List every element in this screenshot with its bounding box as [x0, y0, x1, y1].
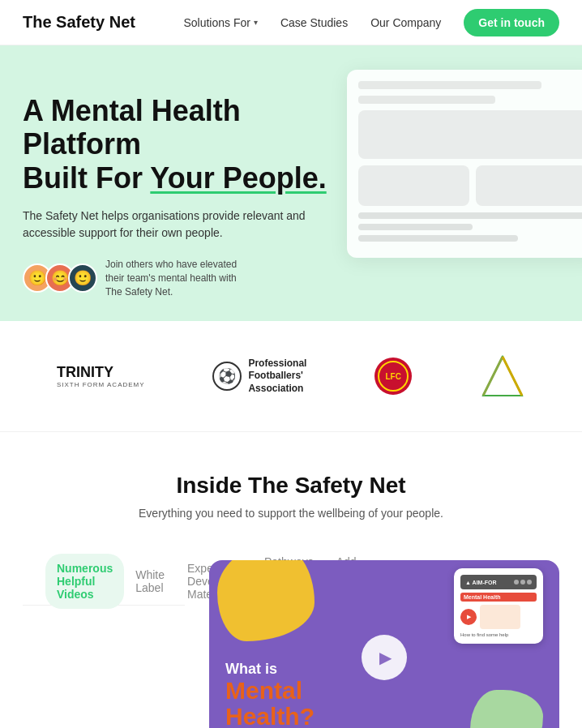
- mock-bar-1: [358, 81, 541, 89]
- lfc-badge: LFC: [374, 358, 412, 395]
- feature-nav-white-label[interactable]: White Label: [124, 560, 176, 602]
- mock-sm-2: [476, 165, 582, 206]
- blob-yellow: [217, 560, 315, 641]
- hero-section: A Mental Health Platform Built For Your …: [0, 45, 582, 321]
- svg-line-2: [503, 357, 522, 396]
- nav-case-studies-link[interactable]: Case Studies: [280, 16, 348, 29]
- blob-green: [470, 690, 543, 728]
- feature-img-inner: What is Mental Health? ▲ AIM-FOR: [209, 560, 559, 728]
- svg-line-1: [483, 357, 503, 396]
- hero-content: A Mental Health Platform Built For Your …: [23, 94, 347, 299]
- features-nav: Numerous Helpful Videos White Label Expe…: [23, 560, 185, 606]
- logo-tah: [480, 353, 525, 399]
- mock-bar2-3: [358, 235, 518, 242]
- phone-sofa-image: [480, 605, 520, 629]
- nav-our-company-link[interactable]: Our Company: [370, 16, 441, 29]
- nav-links: Solutions For ▾ Case Studies Our Company…: [183, 9, 559, 36]
- svg-marker-0: [483, 357, 522, 396]
- get-in-touch-button[interactable]: Get in touch: [464, 9, 559, 36]
- lfc-inner: LFC: [378, 361, 409, 392]
- inside-subtitle: Everything you need to support the wellb…: [23, 507, 559, 520]
- phone-play-icon[interactable]: [460, 609, 477, 625]
- hero-subtitle: The Safety Net helps organisations provi…: [23, 208, 315, 242]
- mock-sm-1: [358, 165, 469, 206]
- avatar-group: 🙂 😊 🙂: [23, 263, 97, 293]
- feature-content: What is Mental Health? ▲ AIM-FOR: [209, 560, 559, 728]
- phone-icon-2: [520, 580, 525, 585]
- phone-logo: ▲ AIM-FOR: [465, 580, 497, 585]
- logos-section: TRINITY SIXTH FORM ACADEMY ⚽ Professiona…: [0, 321, 582, 432]
- phone-icon-1: [514, 580, 519, 585]
- mock-bar-2: [358, 96, 495, 104]
- trinity-logo-text: TRINITY: [57, 365, 145, 379]
- hero-social-proof: 🙂 😊 🙂 Join others who have elevated thei…: [23, 258, 347, 298]
- video-text-overlay: What is Mental Health?: [225, 661, 315, 728]
- pfa-text: ProfessionalFootballers'Association: [248, 358, 306, 396]
- navbar: The Safety Net Solutions For ▾ Case Stud…: [0, 0, 582, 45]
- nav-solutions-link[interactable]: Solutions For ▾: [183, 16, 257, 29]
- phone-mockup: ▲ AIM-FOR Mental Health Ho: [454, 568, 543, 644]
- chevron-down-icon: ▾: [254, 18, 258, 27]
- feature-nav-videos[interactable]: Numerous Helpful Videos: [45, 554, 124, 609]
- logo-pfa: ⚽ ProfessionalFootballers'Association: [212, 358, 306, 396]
- mock-bar2-2: [358, 224, 473, 230]
- avatar-3: 🙂: [68, 263, 97, 293]
- pfa-icon: ⚽: [212, 362, 242, 391]
- phone-screen: ▲ AIM-FOR Mental Health Ho: [454, 568, 543, 644]
- phone-header: ▲ AIM-FOR: [460, 575, 537, 589]
- features-layout: Numerous Helpful Videos White Label Expe…: [0, 536, 582, 728]
- mock-block-1: [358, 110, 582, 159]
- inside-title: Inside The Safety Net: [23, 473, 559, 499]
- feature-image: What is Mental Health? ▲ AIM-FOR: [209, 560, 559, 728]
- mock-row-1: [358, 165, 582, 206]
- video-mental: Mental: [225, 679, 315, 703]
- hero-mockup: [347, 70, 582, 258]
- phone-help-text: How to find some help: [460, 632, 537, 637]
- phone-play-row: [460, 605, 537, 629]
- tah-logo-icon: [480, 353, 525, 399]
- hero-title: A Mental Health Platform Built For Your …: [23, 94, 347, 195]
- logo-trinity: TRINITY SIXTH FORM ACADEMY: [57, 365, 145, 388]
- site-logo[interactable]: The Safety Net: [23, 13, 135, 32]
- inside-section: Inside The Safety Net Everything you nee…: [0, 432, 582, 536]
- logo-lfc: LFC: [374, 358, 412, 395]
- social-proof-text: Join others who have elevated their team…: [105, 258, 251, 298]
- phone-mental-health-tag: Mental Health: [460, 593, 537, 602]
- video-health: Health?: [225, 703, 315, 728]
- video-what-is: What is: [225, 661, 315, 679]
- phone-icon-3: [527, 580, 532, 585]
- phone-icons: [514, 580, 532, 585]
- trinity-logo-sub: SIXTH FORM ACADEMY: [57, 381, 145, 388]
- play-button[interactable]: [362, 635, 407, 680]
- mock-bar2-1: [358, 212, 582, 219]
